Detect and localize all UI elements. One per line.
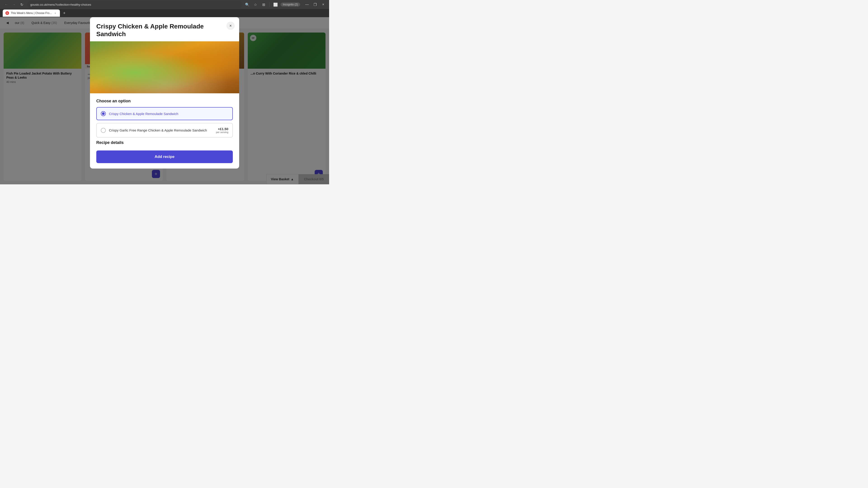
page-content: ◄ our (8) Quick & Easy (35) Everyday Fav…	[0, 17, 329, 184]
add-recipe-button[interactable]: Add recipe	[96, 151, 233, 163]
active-tab[interactable]: G This Week's Menu | Choose Fro... ×	[3, 9, 60, 17]
browser-forward-btn[interactable]: →	[10, 1, 18, 8]
modal-recipe-image	[90, 41, 239, 93]
window-close-button[interactable]: ×	[320, 1, 327, 8]
browser-chrome: ← → ↻ gousto.co.uk/menu?collection=healt…	[0, 0, 329, 17]
option-item-2[interactable]: Crispy Garlic Free Range Chicken & Apple…	[96, 123, 233, 138]
maximize-button[interactable]: ❐	[312, 1, 318, 8]
window-controls: — ❐ ×	[304, 1, 327, 8]
browser-actions: 🔍 ☆ ⊞ ⬜ Incognito (2)	[244, 1, 300, 8]
minimize-button[interactable]: —	[304, 1, 310, 8]
new-tab-button[interactable]: +	[61, 10, 68, 16]
radio-button-2[interactable]	[101, 128, 106, 133]
tab-favicon: G	[5, 11, 9, 15]
close-icon: ×	[229, 24, 232, 28]
address-bar[interactable]: gousto.co.uk/menu?collection=healthy-cho…	[27, 1, 242, 8]
option-label-1: Crispy Chicken & Apple Remoulade Sandwic…	[109, 112, 228, 116]
tab-bar: G This Week's Menu | Choose Fro... × +	[0, 9, 329, 17]
option-label-2: Crispy Garlic Free Range Chicken & Apple…	[109, 128, 213, 132]
modal-image-inner	[90, 41, 239, 93]
option-item-1[interactable]: Crispy Chicken & Apple Remoulade Sandwic…	[96, 107, 233, 120]
modal-body: Choose an option Crispy Chicken & Apple …	[90, 93, 239, 168]
options-heading: Choose an option	[96, 99, 233, 103]
browser-back-btn[interactable]: ←	[3, 1, 10, 8]
recipe-details-heading: Recipe details	[96, 140, 233, 145]
bookmark-icon[interactable]: ☆	[252, 1, 258, 8]
tab-close-button[interactable]: ×	[54, 11, 57, 15]
extensions-icon[interactable]: ⊞	[260, 1, 267, 8]
modal-close-button[interactable]: ×	[226, 22, 235, 30]
modal-dialog: Crispy Chicken & Apple Remoulade Sandwic…	[90, 17, 239, 168]
radio-button-1[interactable]	[101, 111, 106, 116]
incognito-badge: Incognito (2)	[281, 2, 300, 6]
modal-title: Crispy Chicken & Apple Remoulade Sandwic…	[96, 23, 233, 38]
option-price-2: +£1.50 per serving	[216, 127, 228, 133]
address-text: gousto.co.uk/menu?collection=healthy-cho…	[30, 3, 91, 6]
modal-header: Crispy Chicken & Apple Remoulade Sandwic…	[90, 17, 239, 41]
browser-reload-btn[interactable]: ↻	[18, 1, 25, 8]
modal-overlay: Crispy Chicken & Apple Remoulade Sandwic…	[0, 17, 329, 184]
option-price-per: per serving	[216, 131, 228, 133]
browser-titlebar: ← → ↻ gousto.co.uk/menu?collection=healt…	[0, 0, 329, 9]
split-view-icon[interactable]: ⬜	[272, 1, 279, 8]
tab-title: This Week's Menu | Choose Fro...	[11, 11, 52, 15]
option-price-amount: +£1.50	[216, 127, 228, 131]
search-icon[interactable]: 🔍	[244, 1, 250, 8]
